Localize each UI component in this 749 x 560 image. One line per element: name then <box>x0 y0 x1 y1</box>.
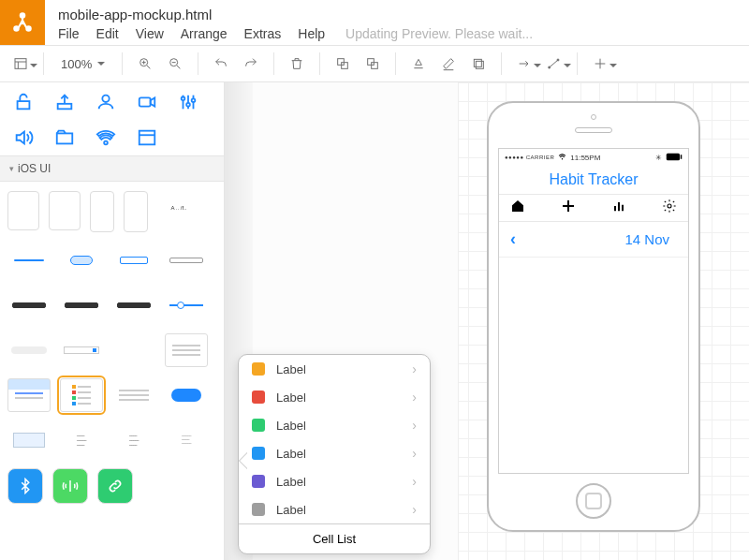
settings-tab-icon[interactable] <box>662 199 677 217</box>
chevron-right-icon: › <box>412 390 417 405</box>
zoom-dropdown[interactable]: 100% <box>53 57 112 71</box>
undo-button[interactable] <box>208 51 234 77</box>
iphone-frame[interactable]: ●●●●● CARRIER 11:55PM ✳︎ Habit Tracker <box>487 101 700 532</box>
chevron-right-icon: › <box>412 474 417 489</box>
phone-speaker <box>575 127 612 133</box>
thumb-tabs[interactable] <box>60 288 103 322</box>
waypoint-dropdown[interactable] <box>541 51 567 77</box>
zoom-out-button[interactable] <box>162 51 188 77</box>
cell-list-item[interactable]: Label› <box>239 355 430 383</box>
thumb-list[interactable] <box>165 333 208 367</box>
video-icon[interactable] <box>133 90 161 114</box>
fill-color-button[interactable] <box>405 51 432 77</box>
thumb-textblock-2[interactable]: ━━━━━━━━━━━━━ <box>112 423 155 457</box>
tab-bar <box>499 194 688 222</box>
thumb-paragraph[interactable]: ━━━━━━━━━━━━━━ <box>165 423 208 457</box>
file-title[interactable]: mobile-app-mockup.html <box>58 7 533 22</box>
phone-screen: ●●●●● CARRIER 11:55PM ✳︎ Habit Tracker <box>498 148 689 474</box>
upload-icon[interactable] <box>51 90 79 114</box>
shape-preview-popover: Label›Label›Label›Label›Label›Label› Cel… <box>238 354 431 554</box>
cell-list-item[interactable]: Label› <box>239 467 430 495</box>
cell-list-item[interactable]: Label› <box>239 439 430 467</box>
thumb-button[interactable] <box>112 243 155 277</box>
shadow-button[interactable] <box>465 51 492 77</box>
svg-rect-40 <box>667 153 680 160</box>
color-swatch <box>252 391 265 404</box>
date-label: 14 Nov <box>624 231 669 247</box>
sliders-icon[interactable] <box>174 90 202 114</box>
cell-label: Label <box>276 503 306 517</box>
connection-dropdown[interactable] <box>511 51 537 77</box>
thumb-tabs-2[interactable] <box>112 288 155 322</box>
category-header-ios[interactable]: iOS UI <box>0 155 224 182</box>
thumb-broadcast-icon[interactable] <box>52 468 88 504</box>
cell-list-item[interactable]: Label› <box>239 495 430 523</box>
thumb-bluetooth-icon[interactable] <box>7 468 43 504</box>
stats-tab-icon[interactable] <box>611 199 626 217</box>
thumb-nav[interactable] <box>60 333 103 367</box>
menu-edit[interactable]: Edit <box>96 26 119 41</box>
thumb-ipad[interactable] <box>7 191 39 230</box>
thumb-slider[interactable] <box>165 288 208 322</box>
svg-rect-28 <box>58 104 72 110</box>
thumb-spacer[interactable] <box>112 333 155 367</box>
thumb-search[interactable] <box>7 333 51 367</box>
svg-rect-37 <box>57 133 73 143</box>
thumb-segmented[interactable] <box>7 243 51 277</box>
thumb-text[interactable]: A .. /f.. <box>157 191 200 225</box>
cell-list-item[interactable]: Label› <box>239 411 430 439</box>
to-front-button[interactable] <box>330 51 356 77</box>
chevron-right-icon: › <box>412 502 417 517</box>
svg-point-47 <box>668 204 671 208</box>
thumb-table[interactable] <box>7 378 51 412</box>
window-icon[interactable] <box>133 125 161 150</box>
cell-label: Label <box>276 391 306 405</box>
thumb-textblock[interactable]: ━━━━━━━━━━━━━ <box>60 423 103 457</box>
thumb-message[interactable] <box>165 378 208 412</box>
line-color-button[interactable] <box>435 51 462 77</box>
thumb-detail[interactable] <box>112 378 155 412</box>
thumb-callout[interactable] <box>7 423 51 457</box>
user-icon[interactable] <box>92 90 120 114</box>
folder-icon[interactable] <box>51 125 79 150</box>
svg-rect-14 <box>342 63 348 69</box>
thumb-ipad-2[interactable] <box>49 191 81 230</box>
wifi-icon[interactable] <box>92 125 120 150</box>
menu-view[interactable]: View <box>136 26 164 41</box>
thumb-stepper[interactable] <box>165 243 208 277</box>
sound-icon[interactable] <box>9 125 37 150</box>
svg-line-11 <box>177 66 180 68</box>
menu-extras[interactable]: Extras <box>244 26 282 41</box>
svg-point-24 <box>557 59 559 61</box>
toolbar: 100% <box>0 45 749 82</box>
menu-bar: File Edit View Arrange Extras Help Updat… <box>58 26 533 41</box>
cell-list-item[interactable]: Label› <box>239 383 430 411</box>
home-tab-icon[interactable] <box>510 199 525 217</box>
view-mode-dropdown[interactable] <box>7 51 34 77</box>
thumb-toggle[interactable] <box>60 243 103 277</box>
thumb-link-icon[interactable] <box>97 468 133 504</box>
canvas[interactable]: ●●●●● CARRIER 11:55PM ✳︎ Habit Tracker <box>225 82 749 560</box>
menu-help[interactable]: Help <box>298 26 325 41</box>
thumb-cell-list[interactable] <box>60 378 103 412</box>
menu-file[interactable]: File <box>58 26 80 41</box>
app-title: Habit Tracker <box>499 166 688 194</box>
svg-rect-41 <box>681 155 683 159</box>
back-chevron-icon[interactable]: ‹ <box>510 229 516 249</box>
home-button[interactable] <box>576 483 611 519</box>
thumb-progress[interactable] <box>7 288 51 322</box>
chevron-right-icon: › <box>412 361 417 376</box>
redo-button[interactable] <box>238 51 264 77</box>
svg-rect-30 <box>140 97 151 106</box>
svg-point-35 <box>186 103 190 107</box>
thumb-iphone-2[interactable] <box>124 191 148 232</box>
lock-icon[interactable] <box>9 90 37 114</box>
delete-button[interactable] <box>284 51 310 77</box>
insert-dropdown[interactable] <box>587 51 613 77</box>
zoom-in-button[interactable] <box>132 51 158 77</box>
menu-arrange[interactable]: Arrange <box>181 26 228 41</box>
to-back-button[interactable] <box>360 51 386 77</box>
svg-rect-19 <box>475 59 482 66</box>
thumb-iphone[interactable] <box>90 191 114 232</box>
add-tab-icon[interactable] <box>561 199 576 217</box>
